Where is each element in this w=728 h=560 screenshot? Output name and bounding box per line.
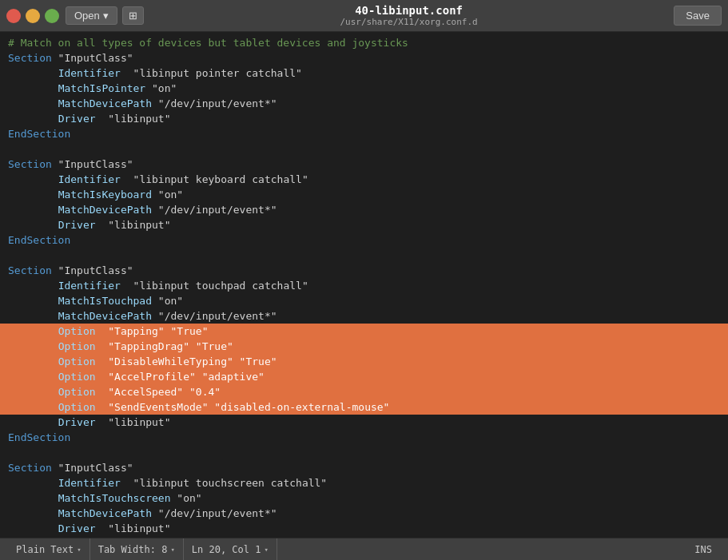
code-line: Section "InputClass"	[0, 157, 728, 172]
statusbar: Plain Text ▾ Tab Width: 8 ▾ Ln 20, Col 1…	[0, 538, 728, 560]
title-center: 40-libinput.conf /usr/share/X11/xorg.con…	[144, 4, 674, 27]
title-path: /usr/share/X11/xorg.conf.d	[144, 17, 674, 27]
code-line: Driver "libinput"	[0, 415, 728, 430]
bookmark-button[interactable]: ⊞	[122, 6, 144, 25]
open-button[interactable]: Open ▾	[66, 6, 117, 25]
titlebar: Open ▾ ⊞ 40-libinput.conf /usr/share/X11…	[0, 0, 728, 32]
code-line	[0, 248, 728, 263]
code-line: Option "SendEventsMode" "disabled-on-ext…	[0, 399, 728, 415]
code-line: EndSection	[0, 430, 728, 445]
editor[interactable]: # Match on all types of devices but tabl…	[0, 32, 728, 538]
code-line: MatchIsPointer "on"	[0, 81, 728, 96]
open-label: Open	[74, 10, 100, 22]
code-line: Identifier "libinput pointer catchall"	[0, 66, 728, 81]
code-line: EndSection	[0, 126, 728, 141]
code-line: EndSection	[0, 232, 728, 248]
tab-width-label: Tab Width: 8	[98, 544, 168, 555]
code-line: Option "DisableWhileTyping" "True"	[0, 354, 728, 369]
open-arrow-icon: ▾	[103, 10, 109, 22]
code-line	[0, 141, 728, 157]
code-line: MatchDevicePath "/dev/input/event*"	[0, 202, 728, 217]
plain-text-selector[interactable]: Plain Text ▾	[8, 538, 90, 560]
position-selector[interactable]: Ln 20, Col 1 ▾	[184, 538, 277, 560]
tab-width-selector[interactable]: Tab Width: 8 ▾	[90, 538, 184, 560]
code-line: Section "InputClass"	[0, 263, 728, 278]
save-button[interactable]: Save	[674, 6, 722, 26]
maximize-button[interactable]	[45, 9, 59, 23]
position-chevron-icon: ▾	[265, 546, 269, 554]
code-line: MatchDevicePath "/dev/input/event*"	[0, 96, 728, 111]
code-line: Option "TappingDrag" "True"	[0, 339, 728, 354]
plain-text-label: Plain Text	[16, 544, 74, 555]
tab-width-chevron-icon: ▾	[170, 546, 174, 554]
code-line: Identifier "libinput touchscreen catchal…	[0, 475, 728, 490]
code-line: Identifier "libinput touchpad catchall"	[0, 278, 728, 293]
code-line: Option "AccelSpeed" "0.4"	[0, 384, 728, 399]
bookmark-icon: ⊞	[129, 10, 137, 22]
code-line: Driver "libinput"	[0, 217, 728, 232]
code-line: Identifier "libinput keyboard catchall"	[0, 172, 728, 187]
code-line: Option "Tapping" "True"	[0, 324, 728, 339]
minimize-button[interactable]	[26, 9, 40, 23]
window-controls	[6, 9, 59, 23]
code-line: MatchDevicePath "/dev/input/event*"	[0, 506, 728, 521]
code-line: MatchIsTouchpad "on"	[0, 293, 728, 308]
position-label: Ln 20, Col 1	[192, 544, 261, 555]
insert-mode-label: INS	[686, 544, 720, 555]
code-line: MatchIsKeyboard "on"	[0, 187, 728, 202]
code-line: Driver "libinput"	[0, 111, 728, 126]
code-line: Section "InputClass"	[0, 50, 728, 66]
code-line: Driver "libinput"	[0, 521, 728, 536]
code-line: MatchDevicePath "/dev/input/event*"	[0, 308, 728, 324]
close-button[interactable]	[6, 9, 21, 23]
code-line: # Match on all types of devices but tabl…	[0, 35, 728, 50]
title-filename: 40-libinput.conf	[144, 4, 674, 17]
code-line: Section "InputClass"	[0, 460, 728, 475]
code-line: MatchIsTouchscreen "on"	[0, 490, 728, 506]
code-line: Option "AccelProfile" "adaptive"	[0, 369, 728, 384]
code-line	[0, 445, 728, 460]
plain-text-chevron-icon: ▾	[77, 546, 81, 554]
